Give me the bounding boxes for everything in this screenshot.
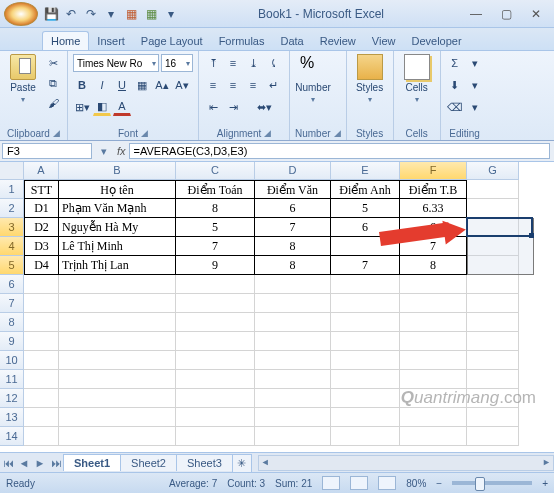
tab-view[interactable]: View (364, 32, 404, 50)
cell[interactable] (400, 351, 467, 370)
sheet-tab-2[interactable]: Sheet2 (120, 454, 177, 471)
cell[interactable] (176, 275, 255, 294)
cell[interactable]: Điểm T.B (400, 180, 467, 199)
cell[interactable] (176, 313, 255, 332)
cell[interactable]: Điểm Văn (255, 180, 331, 199)
row-header[interactable]: 8 (0, 313, 24, 332)
zoom-level[interactable]: 80% (406, 478, 426, 489)
decrease-indent-icon[interactable]: ⇤ (204, 98, 222, 116)
cell[interactable] (331, 313, 400, 332)
cell[interactable] (331, 370, 400, 389)
undo-icon[interactable]: ↶ (62, 5, 80, 23)
cell[interactable] (400, 275, 467, 294)
cell[interactable]: Nguyễn Hà My (59, 218, 176, 237)
row-header[interactable]: 7 (0, 294, 24, 313)
align-left-icon[interactable]: ≡ (204, 76, 222, 94)
cell[interactable] (467, 218, 519, 237)
column-header[interactable]: B (59, 162, 176, 180)
italic-button[interactable]: I (93, 76, 111, 94)
cell[interactable] (59, 427, 176, 446)
cell[interactable] (24, 370, 59, 389)
grow-font-icon[interactable]: A▴ (153, 76, 171, 94)
tab-page-layout[interactable]: Page Layout (133, 32, 211, 50)
cell[interactable]: D2 (24, 218, 59, 237)
cell[interactable] (467, 180, 519, 199)
cell[interactable] (331, 294, 400, 313)
cell[interactable] (331, 237, 400, 256)
cell[interactable] (59, 332, 176, 351)
cell[interactable] (59, 351, 176, 370)
cell[interactable] (255, 332, 331, 351)
cell[interactable]: 8 (255, 256, 331, 275)
increase-indent-icon[interactable]: ⇥ (224, 98, 242, 116)
cell[interactable] (255, 313, 331, 332)
cell[interactable]: 6 (331, 218, 400, 237)
orientation-icon[interactable]: ⤹ (264, 54, 282, 72)
view-pagebreak-icon[interactable] (378, 476, 396, 490)
horizontal-scrollbar[interactable] (258, 455, 554, 471)
font-name-combo[interactable]: Times New Ro (73, 54, 159, 72)
tab-last-icon[interactable]: ⏭ (48, 457, 64, 469)
cell[interactable] (467, 199, 519, 218)
cell[interactable] (176, 332, 255, 351)
fill-button[interactable]: ⬇ (446, 76, 464, 94)
cell[interactable]: Phạm Văn Mạnh (59, 199, 176, 218)
cell[interactable] (400, 294, 467, 313)
format-painter-icon[interactable]: 🖌 (44, 94, 62, 112)
zoom-in-icon[interactable]: + (542, 478, 548, 489)
view-normal-icon[interactable] (322, 476, 340, 490)
cell[interactable] (24, 294, 59, 313)
tab-insert[interactable]: Insert (89, 32, 133, 50)
border-more-button[interactable]: ⊞▾ (73, 98, 91, 116)
row-header[interactable]: 5 (0, 256, 24, 275)
font-size-combo[interactable]: 16 (161, 54, 193, 72)
align-bottom-icon[interactable]: ⤓ (244, 54, 262, 72)
cell[interactable] (467, 370, 519, 389)
tab-formulas[interactable]: Formulas (211, 32, 273, 50)
row-header[interactable]: 9 (0, 332, 24, 351)
cell[interactable] (24, 427, 59, 446)
cells-button[interactable]: Cells ▾ (399, 54, 435, 104)
cell[interactable] (400, 408, 467, 427)
align-middle-icon[interactable]: ≡ (224, 54, 242, 72)
cell[interactable] (59, 389, 176, 408)
cell[interactable] (400, 313, 467, 332)
cell[interactable] (59, 408, 176, 427)
underline-button[interactable]: U (113, 76, 131, 94)
cell[interactable] (467, 389, 519, 408)
cell[interactable] (467, 275, 519, 294)
row-header[interactable]: 10 (0, 351, 24, 370)
cell[interactable] (24, 408, 59, 427)
sheet-tab-1[interactable]: Sheet1 (63, 454, 121, 471)
align-top-icon[interactable]: ⤒ (204, 54, 222, 72)
cell[interactable] (467, 351, 519, 370)
qat-extra-2-icon[interactable]: ▦ (142, 5, 160, 23)
cell[interactable]: 7 (400, 237, 467, 256)
merge-button[interactable]: ⬌▾ (244, 98, 284, 116)
cell[interactable] (176, 427, 255, 446)
cell[interactable] (331, 408, 400, 427)
styles-button[interactable]: Styles ▾ (352, 54, 388, 104)
cell[interactable]: 6.33 (400, 199, 467, 218)
column-header[interactable]: G (467, 162, 519, 180)
tab-prev-icon[interactable]: ◄ (16, 457, 32, 469)
cell[interactable] (176, 389, 255, 408)
font-color-button[interactable]: A (113, 98, 131, 116)
cell[interactable]: 7 (176, 237, 255, 256)
cell[interactable]: D3 (24, 237, 59, 256)
align-right-icon[interactable]: ≡ (244, 76, 262, 94)
cell[interactable]: D4 (24, 256, 59, 275)
paste-button[interactable]: Paste ▾ (5, 54, 41, 104)
cell[interactable] (255, 408, 331, 427)
bold-button[interactable]: B (73, 76, 91, 94)
cell[interactable]: 7 (331, 256, 400, 275)
redo-icon[interactable]: ↷ (82, 5, 100, 23)
cell[interactable]: 8 (400, 256, 467, 275)
row-header[interactable]: 3 (0, 218, 24, 237)
row-header[interactable]: 13 (0, 408, 24, 427)
cell[interactable] (400, 370, 467, 389)
cell[interactable]: 6 (400, 218, 467, 237)
cell[interactable] (255, 427, 331, 446)
cell[interactable] (331, 351, 400, 370)
cell[interactable]: Họ tên (59, 180, 176, 199)
